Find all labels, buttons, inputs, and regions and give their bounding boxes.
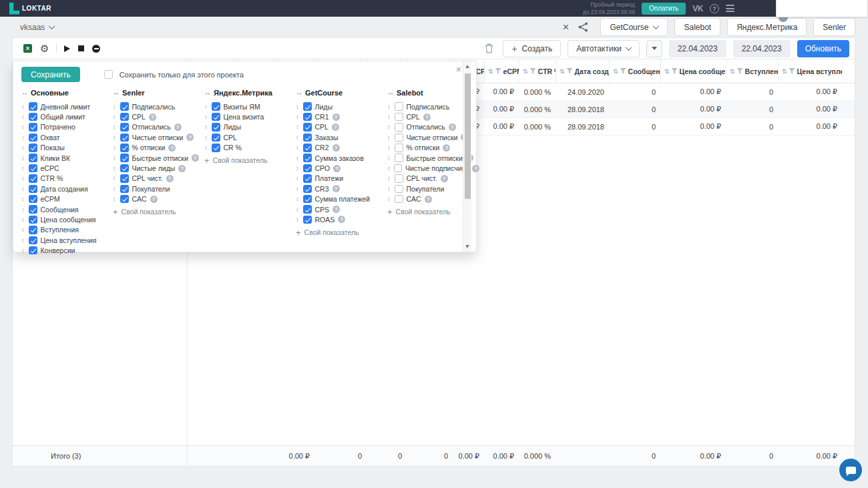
drag-vertical-icon[interactable]: ↕ xyxy=(204,124,208,130)
drag-horizontal-icon[interactable]: ↔ xyxy=(387,89,394,96)
metric-checkbox[interactable] xyxy=(303,113,312,121)
add-custom-metric-link[interactable]: +Свой показатель xyxy=(113,208,204,216)
metric-checkbox[interactable] xyxy=(212,144,220,152)
metric-checkbox[interactable] xyxy=(303,216,312,224)
sort-icon[interactable]: ⇅ xyxy=(560,68,565,75)
drag-vertical-icon[interactable]: ↕ xyxy=(296,134,300,141)
filter-icon[interactable] xyxy=(620,68,626,74)
help-icon[interactable]: ? xyxy=(166,175,174,182)
drag-vertical-icon[interactable]: ↕ xyxy=(21,113,25,120)
drag-vertical-icon[interactable]: ↕ xyxy=(21,206,25,213)
help-icon[interactable]: ? xyxy=(168,144,176,152)
metric-checkbox[interactable] xyxy=(395,174,403,183)
drag-vertical-icon[interactable]: ↕ xyxy=(296,206,300,213)
help-icon[interactable]: ? xyxy=(332,124,339,131)
play-icon[interactable] xyxy=(64,45,70,52)
panel-scrollbar[interactable] xyxy=(463,61,471,252)
metric-checkbox[interactable] xyxy=(29,134,37,142)
drag-vertical-icon[interactable]: ↕ xyxy=(21,144,25,151)
drag-vertical-icon[interactable]: ↕ xyxy=(113,113,117,120)
drag-vertical-icon[interactable]: ↕ xyxy=(113,144,117,151)
metric-checkbox[interactable] xyxy=(395,154,403,162)
metric-checkbox[interactable] xyxy=(120,144,129,152)
integration-getcourse-button[interactable]: GetCourse xyxy=(600,18,668,36)
drag-vertical-icon[interactable]: ↕ xyxy=(21,237,25,244)
sort-icon[interactable]: ⇅ xyxy=(523,68,528,75)
save-columns-button[interactable]: Сохранить xyxy=(21,67,80,82)
refresh-button[interactable]: Обновить xyxy=(797,40,849,57)
drag-vertical-icon[interactable]: ↕ xyxy=(204,103,208,110)
metric-checkbox[interactable] xyxy=(395,185,403,194)
filter-icon[interactable] xyxy=(495,68,501,74)
metric-checkbox[interactable] xyxy=(303,102,312,111)
column-header[interactable]: ⇅Цена сообщения xyxy=(661,59,726,83)
column-header[interactable]: ⇅Дата создания xyxy=(556,59,610,83)
trash-icon[interactable] xyxy=(485,43,493,53)
drag-horizontal-icon[interactable]: ↔ xyxy=(204,89,211,96)
help-icon[interactable]: ? xyxy=(449,124,456,131)
drag-vertical-icon[interactable]: ↕ xyxy=(387,103,391,110)
metric-checkbox[interactable] xyxy=(29,102,37,111)
help-icon[interactable]: ? xyxy=(150,196,158,203)
metric-checkbox[interactable] xyxy=(120,164,129,173)
drag-vertical-icon[interactable]: ↕ xyxy=(21,186,25,192)
metric-checkbox[interactable] xyxy=(29,123,37,132)
pay-button[interactable]: Оплатить xyxy=(642,3,686,15)
metric-checkbox[interactable] xyxy=(394,164,403,173)
help-icon[interactable]: ? xyxy=(174,124,182,131)
scroll-down-icon[interactable] xyxy=(465,245,469,248)
sort-icon[interactable]: ⇅ xyxy=(613,68,618,75)
drag-vertical-icon[interactable]: ↕ xyxy=(387,134,391,141)
sort-icon[interactable]: ⇅ xyxy=(730,68,735,75)
drag-horizontal-icon[interactable]: ↔ xyxy=(113,89,120,96)
drag-vertical-icon[interactable]: ↕ xyxy=(387,186,391,192)
drag-vertical-icon[interactable]: ↕ xyxy=(296,186,300,192)
project-select[interactable]: vksaas xyxy=(20,23,54,32)
help-icon[interactable]: ? xyxy=(472,165,479,172)
drag-vertical-icon[interactable]: ↕ xyxy=(204,134,208,141)
metric-checkbox[interactable] xyxy=(120,154,129,162)
drag-vertical-icon[interactable]: ↕ xyxy=(387,124,391,130)
column-header[interactable]: ⇅Цена вступления xyxy=(779,59,843,83)
drag-vertical-icon[interactable]: ↕ xyxy=(296,196,300,202)
filter-icon[interactable] xyxy=(530,68,536,74)
create-button[interactable]: + Создать xyxy=(503,40,561,57)
integration-yandex-metrika-button[interactable]: Яндекс.Метрика xyxy=(727,18,807,36)
date-from-field[interactable]: 22.04.2023 xyxy=(669,40,726,57)
metric-checkbox[interactable] xyxy=(120,195,129,204)
column-header[interactable]: ⇅CTR % xyxy=(519,59,556,83)
minus-circle-icon[interactable] xyxy=(92,45,100,53)
metric-checkbox[interactable] xyxy=(303,123,312,132)
metric-checkbox[interactable] xyxy=(303,164,312,173)
help-icon[interactable]: ? xyxy=(333,185,340,192)
drag-vertical-icon[interactable]: ↕ xyxy=(296,165,300,172)
help-icon[interactable]: ? xyxy=(338,216,345,223)
drag-vertical-icon[interactable]: ↕ xyxy=(113,103,117,110)
column-header[interactable]: ⇅eCPM xyxy=(485,59,519,83)
autotactics-button[interactable]: Автотактики xyxy=(568,40,639,57)
drag-vertical-icon[interactable]: ↕ xyxy=(387,144,391,151)
drag-vertical-icon[interactable]: ↕ xyxy=(113,196,117,202)
filter-icon[interactable] xyxy=(672,68,678,74)
metric-checkbox[interactable] xyxy=(303,144,312,152)
metric-checkbox[interactable] xyxy=(395,134,403,142)
drag-vertical-icon[interactable]: ↕ xyxy=(21,124,25,130)
metric-checkbox[interactable] xyxy=(303,205,312,214)
drag-vertical-icon[interactable]: ↕ xyxy=(387,196,391,202)
scroll-up-icon[interactable] xyxy=(465,65,469,68)
panel-close-icon[interactable]: × xyxy=(456,64,461,75)
drag-vertical-icon[interactable]: ↕ xyxy=(387,155,391,162)
help-icon[interactable]: ? xyxy=(149,113,156,121)
metric-checkbox[interactable] xyxy=(395,102,403,111)
close-icon[interactable]: × xyxy=(562,21,569,33)
help-icon[interactable]: ? xyxy=(333,206,340,213)
help-icon[interactable]: ? xyxy=(192,154,199,162)
metric-checkbox[interactable] xyxy=(29,205,37,214)
export-excel-icon[interactable]: X xyxy=(23,44,32,53)
drag-vertical-icon[interactable]: ↕ xyxy=(204,113,208,120)
scrollbar-thumb[interactable] xyxy=(465,73,471,199)
metric-checkbox[interactable] xyxy=(120,102,129,111)
metric-checkbox[interactable] xyxy=(395,123,403,132)
chat-widget-button[interactable] xyxy=(839,459,862,481)
menu-list-icon[interactable] xyxy=(726,5,734,12)
